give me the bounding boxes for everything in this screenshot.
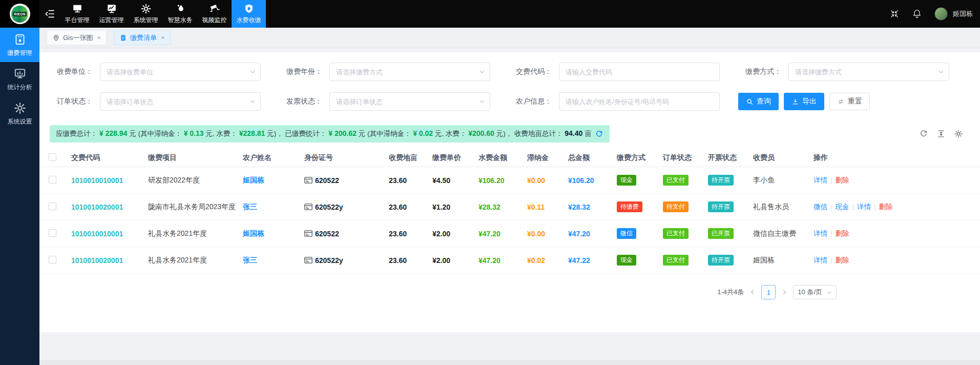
action-link[interactable]: 删除 [836,229,849,238]
gear-icon [140,3,152,14]
row-density-icon[interactable] [936,129,946,138]
tab-gis-map[interactable]: Gis一张图 × [47,30,107,45]
order-status-badge: 已支付 [663,175,689,185]
cell-collector: 礼县售水员 [753,202,814,212]
action-link[interactable]: 详情 [814,176,827,185]
nav-item-platform[interactable]: 平台管理 [60,0,94,28]
reset-icon [837,98,845,106]
topbar: RIEON 平台管理 运营管理 系统管理 智慧水务 视频监控 水费收缴 [0,0,980,28]
pay-method-select[interactable] [788,63,949,81]
export-button[interactable]: 导出 [784,93,824,110]
table-row: 1010010020001 陇南市礼县水务局2023年度 张三 620522y … [39,194,980,220]
sidebar-item-payment-mgmt[interactable]: 缴费管理 [0,28,39,62]
payment-year-select[interactable] [329,63,490,81]
tab-payment-list[interactable]: 缴费清单 × [114,30,171,45]
cell-farmer-name-link[interactable]: 张三 [243,256,304,265]
action-link[interactable]: 删除 [879,202,893,212]
chevron-down-icon [249,69,256,74]
action-separator: | [830,230,832,237]
nav-item-video[interactable]: 视频监控 [197,0,232,28]
page-number-button[interactable]: 1 [761,285,776,299]
cell-farmer-name-link[interactable]: 姬国栋 [243,176,304,185]
sidebar-item-statistics[interactable]: 统计分析 [0,62,39,96]
cell-actions: 详情|删除 [814,176,901,185]
farmer-info-input[interactable] [559,92,720,111]
summary-part: 元 (其中滞纳金： [129,130,184,137]
action-link[interactable]: 删除 [836,176,849,185]
cell-late-fee: ¥0.00 [527,230,568,238]
fullscreen-icon[interactable] [889,9,900,19]
next-page-icon[interactable] [781,289,788,296]
cell-farmer-name-link[interactable]: 张三 [243,202,304,212]
chevron-down-icon [479,69,485,74]
cell-late-fee: ¥0.02 [527,256,568,265]
chevron-down-icon [938,69,944,74]
app-logo: RIEON [0,0,39,28]
filter-form: 收费单位： 缴费年份： 交费代码： 缴费方式： [39,52,980,111]
cell-pay-code[interactable]: 1010010010001 [71,230,148,238]
action-separator: | [830,256,832,264]
pay-code-input[interactable] [559,63,720,81]
search-icon [746,98,754,106]
refresh-icon[interactable] [919,129,928,138]
action-link[interactable]: 详情 [814,229,827,238]
nav-item-system[interactable]: 系统管理 [129,0,163,28]
invoice-status-badge: 待开票 [708,201,734,212]
pay-method-badge: 现金 [617,255,636,265]
cell-water-fee: ¥28.32 [478,203,527,211]
action-link[interactable]: 微信 [814,202,827,212]
sidebar: 缴费管理 统计分析 系统设置 [0,28,39,365]
action-separator: | [830,176,832,184]
nav-item-operations[interactable]: 运营管理 [94,0,129,28]
action-link[interactable]: 现金 [836,202,849,212]
charge-unit-select[interactable] [100,63,261,81]
bell-icon[interactable] [912,9,922,19]
sidebar-collapse-icon[interactable] [39,0,60,28]
cell-pay-code[interactable]: 1010010020001 [71,256,148,265]
summary-text: 应缴费总计： ¥ 228.94 元 (其中滞纳金： ¥ 0.13 元, 水费： … [56,129,592,138]
reset-button[interactable]: 重置 [829,93,870,110]
sidebar-item-label: 统计分析 [8,83,32,92]
summary-part: 元 (其中滞纳金： [359,130,413,137]
nav-item-smart-water[interactable]: 智慧水务 [163,0,197,28]
cell-pay-code[interactable]: 1010010020001 [71,203,148,211]
water-meter-icon [13,33,27,46]
cell-pay-code[interactable]: 1010010010001 [71,176,148,185]
id-card-icon [304,230,312,237]
row-checkbox[interactable] [49,229,56,237]
search-button[interactable]: 查询 [738,93,779,110]
close-icon[interactable]: × [97,34,101,41]
action-link[interactable]: 删除 [836,256,849,265]
cell-actions: 微信|现金|详情|删除 [814,202,901,212]
cell-unit-price: ¥2.00 [432,256,478,265]
order-status-select[interactable] [100,92,261,111]
cell-farmer-name-link[interactable]: 姬国栋 [243,229,304,238]
order-status-badge: 待支付 [663,201,689,212]
col-header: 身份证号 [304,153,389,163]
cell-project: 研发部2022年度 [148,176,243,185]
row-checkbox[interactable] [49,256,56,263]
prev-page-icon[interactable] [749,289,756,296]
row-checkbox[interactable] [49,202,56,210]
summary-part: ¥ 0.02 [413,129,435,137]
user-avatar[interactable] [934,7,948,21]
action-link[interactable]: 详情 [857,202,871,212]
sidebar-item-settings[interactable]: 系统设置 [0,96,39,131]
cell-total: ¥47.20 [568,230,617,238]
column-settings-gear-icon[interactable] [954,129,963,138]
close-icon[interactable]: × [161,34,165,41]
row-checkbox[interactable] [49,176,56,184]
page-size-select[interactable]: 10 条/页 [793,285,837,299]
username[interactable]: 姬国栋 [953,9,973,18]
nav-item-water-fee[interactable]: 水费收缴 [232,0,266,28]
select-all-checkbox[interactable] [49,153,56,161]
order-status-badge: 已支付 [663,255,689,265]
chevron-down-icon [826,290,832,295]
action-link[interactable]: 详情 [814,256,827,265]
table-row: 1010010010001 研发部2022年度 姬国栋 620522 23.60… [39,167,980,194]
action-separator: | [874,203,876,211]
table-row: 1010010010001 礼县水务2021年度 姬国栋 620522 23.6… [39,220,980,247]
filter-pay-code: 交费代码： [509,63,720,81]
refresh-icon[interactable] [595,130,603,138]
invoice-status-select[interactable] [329,92,490,111]
